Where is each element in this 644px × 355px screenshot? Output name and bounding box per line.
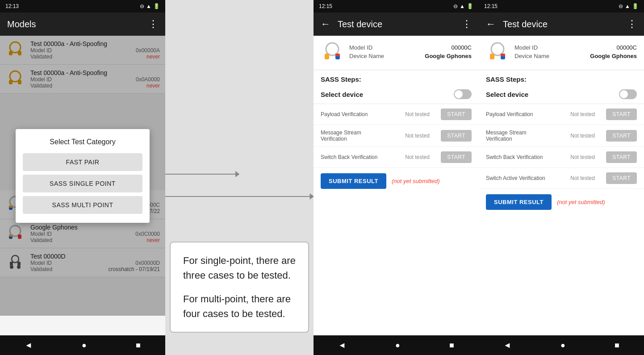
switchactive-start-btn-3[interactable]: START <box>606 172 637 184</box>
sim-icon: ⊖ <box>140 3 144 9</box>
sass-single-point-button[interactable]: SASS SINGLE POINT <box>23 175 142 192</box>
phone-3: 12:15 ⊖ ▲ 🔋 ← Test device ⋮ Model ID 000… <box>479 0 644 355</box>
recent-nav-2[interactable]: ■ <box>449 341 454 350</box>
menu-icon-1[interactable]: ⋮ <box>145 15 162 33</box>
status-icons-3: ⊖ ▲ 🔋 <box>619 3 639 9</box>
svg-point-27 <box>491 43 504 55</box>
submit-btn-3[interactable]: SUBMIT RESULT <box>486 194 552 210</box>
app-bar-2: ← Test device ⋮ <box>314 13 479 36</box>
menu-icon-2[interactable]: ⋮ <box>458 15 475 33</box>
time-1: 12:13 <box>5 3 19 9</box>
status-icons-2: ⊖ ▲ 🔋 <box>453 3 473 9</box>
annotation-line2: For multi-point, there are four cases to… <box>183 292 296 321</box>
back-icon-3[interactable]: ← <box>482 15 499 33</box>
message-status-2: Not tested <box>405 133 441 139</box>
device-info-card-2: Model ID 00000C Device Name Google Gphon… <box>314 36 479 70</box>
time-2: 12:15 <box>319 3 332 9</box>
svg-rect-30 <box>501 54 505 56</box>
device-card-icon-3 <box>486 41 509 64</box>
payload-status-2: Not tested <box>405 111 441 117</box>
home-nav-3[interactable]: ● <box>560 341 565 350</box>
payload-status-3: Not tested <box>570 111 606 117</box>
select-device-row-3: Select device <box>479 85 644 104</box>
select-device-label-2: Select device <box>321 91 363 98</box>
status-bar-3: 12:15 ⊖ ▲ 🔋 <box>479 0 644 13</box>
switchactive-label-3: Switch Active Verification <box>486 175 570 181</box>
nav-bar-1: ◄ ● ■ <box>0 335 165 355</box>
recent-nav-1[interactable]: ■ <box>136 341 141 350</box>
back-nav-1[interactable]: ◄ <box>25 341 33 350</box>
test-step-switchactive-3: Switch Active Verification Not tested ST… <box>479 168 644 189</box>
sass-steps-label-2: SASS Steps: <box>314 70 479 85</box>
switchback-status-3: Not tested <box>570 154 606 160</box>
message-label-3: Message StreamVerification <box>486 129 570 142</box>
model-id-value-3: 00000C <box>616 44 637 51</box>
back-icon-2[interactable]: ← <box>317 15 334 33</box>
annotation-box: For single-point, there are three cases … <box>170 242 309 333</box>
device-name-row-2: Device Name Google Gphones <box>349 53 472 59</box>
model-id-row-card-3: Model ID 00000C <box>514 44 637 51</box>
battery-icon-3: 🔋 <box>632 3 639 9</box>
battery-icon-2: 🔋 <box>467 3 473 9</box>
battery-icon: 🔋 <box>153 3 160 9</box>
test-step-message-3: Message StreamVerification Not tested ST… <box>479 125 644 147</box>
submit-btn-2[interactable]: SUBMIT RESULT <box>321 173 386 189</box>
select-category-dialog: Select Test Category FAST PAIR SASS SING… <box>16 129 150 223</box>
payload-label-3: Payload Verification <box>486 111 570 117</box>
message-start-btn-3[interactable]: START <box>606 130 637 142</box>
device-test-screen-3: Model ID 00000C Device Name Google Gphon… <box>479 36 644 335</box>
device-name-row-3: Device Name Google Gphones <box>514 53 637 59</box>
device-name-value-3: Google Gphones <box>590 53 637 59</box>
switchback-start-btn-3[interactable]: START <box>606 151 637 163</box>
wifi-icon-2: ▲ <box>460 3 465 9</box>
device-card-details-2: Model ID 00000C Device Name Google Gphon… <box>349 44 472 61</box>
recent-nav-3[interactable]: ■ <box>615 341 619 350</box>
wifi-icon: ▲ <box>146 3 151 9</box>
app-bar-1: Models ⋮ <box>0 13 165 36</box>
wifi-icon-3: ▲ <box>625 3 630 9</box>
home-nav-1[interactable]: ● <box>82 341 87 350</box>
app-bar-3: ← Test device ⋮ <box>479 13 644 36</box>
message-start-btn-2[interactable]: START <box>441 130 472 142</box>
back-nav-2[interactable]: ◄ <box>338 341 346 350</box>
sim-icon-2: ⊖ <box>453 3 458 9</box>
home-nav-2[interactable]: ● <box>395 341 400 350</box>
not-submitted-3: (not yet submitted) <box>557 199 605 205</box>
dialog-overlay: Select Test Category FAST PAIR SASS SING… <box>0 36 165 316</box>
message-status-3: Not tested <box>570 133 606 139</box>
test-step-payload-3: Payload Verification Not tested START <box>479 104 644 125</box>
select-device-row-2: Select device <box>314 85 479 104</box>
dialog-title: Select Test Category <box>23 138 142 146</box>
status-icons-1: ⊖ ▲ 🔋 <box>140 3 160 9</box>
svg-rect-28 <box>490 54 494 59</box>
select-device-toggle-2[interactable] <box>454 89 472 99</box>
sass-multi-point-button[interactable]: SASS MULTI POINT <box>23 196 142 214</box>
device-name-label-2: Device Name <box>349 53 384 59</box>
menu-icon-3[interactable]: ⋮ <box>623 15 640 33</box>
back-nav-3[interactable]: ◄ <box>503 341 511 350</box>
svg-point-23 <box>326 43 339 55</box>
submit-area-2: SUBMIT RESULT (not yet submitted) <box>314 168 479 194</box>
fast-pair-button[interactable]: FAST PAIR <box>23 153 142 171</box>
switchback-status-2: Not tested <box>405 154 441 160</box>
model-id-value-2: 00000C <box>451 44 472 51</box>
payload-start-btn-3[interactable]: START <box>606 109 637 120</box>
app-title-1: Models <box>4 19 145 29</box>
status-bar-2: 12:15 ⊖ ▲ 🔋 <box>314 0 479 13</box>
device-info-card-3: Model ID 00000C Device Name Google Gphon… <box>479 36 644 70</box>
switchback-start-btn-2[interactable]: START <box>441 151 472 163</box>
device-card-icon-2 <box>321 41 344 64</box>
nav-bar-2: ◄ ● ■ <box>314 335 479 355</box>
device-card-details-3: Model ID 00000C Device Name Google Gphon… <box>514 44 637 61</box>
test-step-switchback-2: Switch Back Verification Not tested STAR… <box>314 147 479 168</box>
select-device-toggle-3[interactable] <box>619 89 637 99</box>
status-bar-1: 12:13 ⊖ ▲ 🔋 <box>0 0 165 13</box>
model-id-row-card-2: Model ID 00000C <box>349 44 472 51</box>
app-title-2: Test device <box>334 19 458 29</box>
payload-start-btn-2[interactable]: START <box>441 109 472 120</box>
nav-bar-3: ◄ ● ■ <box>479 335 644 355</box>
sim-icon-3: ⊖ <box>619 3 623 9</box>
switchactive-status-3: Not tested <box>570 175 606 181</box>
payload-label-2: Payload Verification <box>321 111 405 117</box>
svg-rect-24 <box>325 54 329 59</box>
